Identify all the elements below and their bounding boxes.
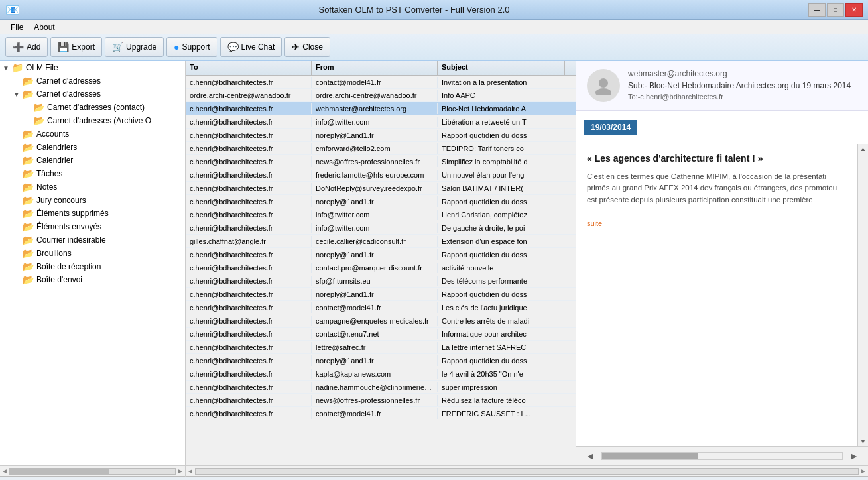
email-cell-to: c.henri@bdharchitectes.fr: [186, 117, 312, 127]
email-cell-subject: super impression: [438, 382, 576, 392]
email-cell-from: ordre.archi-centre@wanadoo.fr: [312, 90, 438, 101]
table-row[interactable]: c.henri@bdharchitectes.frsfp@f.turnsits.…: [186, 274, 576, 288]
close-window-button[interactable]: ✕: [845, 3, 863, 17]
sidebar-item-carnet1[interactable]: 📂Carnet d'adresses: [0, 74, 185, 88]
table-row[interactable]: c.henri@bdharchitectes.frnews@offres-pro…: [186, 155, 576, 168]
folder-icon-carnet1: 📂: [23, 76, 34, 86]
table-row[interactable]: c.henri@bdharchitectes.frcontact@model41…: [186, 301, 576, 314]
next-arrow[interactable]: ►: [845, 450, 863, 463]
table-row[interactable]: c.henri@bdharchitectes.frinfo@twitter.co…: [186, 208, 576, 221]
col-header-from[interactable]: From: [312, 61, 438, 75]
preview-scrollbar[interactable]: ▲ ▼: [857, 144, 868, 446]
email-cell-from: info@twitter.com: [312, 210, 438, 220]
sidebar-scroll-right[interactable]: ►: [177, 467, 184, 475]
sidebar-item-jury[interactable]: 📂Jury concours: [0, 194, 185, 207]
close-button[interactable]: ✈ Close: [284, 37, 330, 57]
prev-arrow[interactable]: ◄: [582, 450, 599, 463]
table-row[interactable]: c.henri@bdharchitectes.frnoreply@1and1.f…: [186, 248, 576, 261]
table-row[interactable]: c.henri@bdharchitectes.frlettre@safrec.f…: [186, 341, 576, 354]
table-row[interactable]: ordre.archi-centre@wanadoo.frordre.archi…: [186, 89, 576, 102]
table-row[interactable]: c.henri@bdharchitectes.frwebmaster@archi…: [186, 102, 576, 115]
sidebar-scroll-left[interactable]: ◄: [1, 467, 8, 475]
email-scroll-left[interactable]: ◄: [187, 467, 194, 475]
sidebar-item-taches[interactable]: 📂Tâches: [0, 167, 185, 180]
menu-file[interactable]: File: [5, 21, 29, 33]
sidebar-label-calendriers: Calendriers: [36, 143, 77, 152]
email-cell-subject: De gauche à droite, le poi: [438, 223, 576, 233]
email-list[interactable]: c.henri@bdharchitectes.frcontact@model41…: [186, 76, 576, 465]
export-button[interactable]: 💾 Export: [50, 37, 102, 57]
sidebar-hscroll[interactable]: ◄ ►: [0, 466, 186, 477]
sidebar-item-boite-reception[interactable]: 📂Boîte de réception: [0, 260, 185, 273]
table-row[interactable]: c.henri@bdharchitectes.frcontact.pro@mar…: [186, 261, 576, 274]
email-cell-to: c.henri@bdharchitectes.fr: [186, 329, 312, 339]
email-cell-from: DoNotReply@survey.reedexpo.fr: [312, 183, 438, 194]
table-row[interactable]: c.henri@bdharchitectes.frkapla@kaplanews…: [186, 367, 576, 381]
support-button[interactable]: ● Support: [166, 37, 217, 57]
table-row[interactable]: gilles.chaffnat@angle.frcecile.callier@c…: [186, 235, 576, 248]
scroll-up-arrow[interactable]: ▲: [859, 144, 868, 154]
support-icon: ●: [174, 42, 179, 52]
email-cell-from: webmaster@architectes.org: [312, 103, 438, 114]
col-header-to[interactable]: To: [186, 61, 312, 75]
email-list-hscroll[interactable]: ◄ ►: [186, 466, 868, 477]
table-row[interactable]: c.henri@bdharchitectes.frnoreply@1and1.f…: [186, 354, 576, 367]
sidebar-item-elements-suppr[interactable]: 📂Éléments supprimés: [0, 207, 185, 220]
email-cell-to: c.henri@bdharchitectes.fr: [186, 395, 312, 406]
table-row[interactable]: c.henri@bdharchitectes.frcampagne@enquet…: [186, 314, 576, 328]
table-row[interactable]: c.henri@bdharchitectes.frcmforward@tello…: [186, 142, 576, 155]
sidebar-label-taches: Tâches: [36, 169, 62, 178]
email-cell-from: noreply@1and1.fr: [312, 355, 438, 366]
livechat-button[interactable]: 💬 Live Chat: [220, 37, 282, 57]
email-cell-to: ordre.archi-centre@wanadoo.fr: [186, 90, 312, 101]
preview-meta: webmaster@architectes.org Sub:- Bloc-Net…: [628, 69, 851, 101]
email-cell-from: cecile.callier@cadiconsult.fr: [312, 236, 438, 247]
table-row[interactable]: c.henri@bdharchitectes.frnoreply@1and1.f…: [186, 288, 576, 301]
table-row[interactable]: c.henri@bdharchitectes.frDoNotReply@surv…: [186, 182, 576, 195]
table-row[interactable]: c.henri@bdharchitectes.frcontact@r.enu7.…: [186, 328, 576, 341]
sidebar-label-carnet2: Carnet d'adresses: [36, 90, 101, 99]
sidebar-item-carnet-archive[interactable]: 📂Carnet d'adresses (Archive O: [0, 114, 185, 127]
sidebar-item-carnet-contact[interactable]: 📂Carnet d'adresses (contact): [0, 101, 185, 114]
sidebar-item-olm-file[interactable]: ▼📁OLM File: [0, 61, 185, 74]
table-row[interactable]: c.henri@bdharchitectes.frnoreply@1and1.f…: [186, 129, 576, 142]
email-scroll-right[interactable]: ►: [860, 467, 867, 475]
email-cell-from: contact@r.enu7.net: [312, 329, 438, 339]
sidebar-item-boite-envoi[interactable]: 📂Boîte d'envoi: [0, 273, 185, 286]
sidebar[interactable]: ▼📁OLM File 📂Carnet d'adresses▼📂Carnet d'…: [0, 61, 186, 465]
table-row[interactable]: c.henri@bdharchitectes.frnadine.hammouch…: [186, 381, 576, 394]
sidebar-item-brouillons[interactable]: 📂Brouillons: [0, 247, 185, 260]
add-button[interactable]: ➕ Add: [5, 37, 48, 57]
sidebar-item-calendriers[interactable]: 📂Calendriers: [0, 141, 185, 154]
email-cell-subject: TEDIPRO: Tarif toners co: [438, 143, 576, 154]
email-cell-subject: FREDERIC SAUSSET : L...: [438, 408, 576, 419]
maximize-button[interactable]: □: [827, 3, 844, 17]
sidebar-item-carnet2[interactable]: ▼📂Carnet d'adresses: [0, 88, 185, 101]
sidebar-item-elements-envoyes[interactable]: 📂Éléments envoyés: [0, 220, 185, 233]
folder-icon-carnet-contact: 📂: [33, 102, 44, 113]
col-header-subject[interactable]: Subject: [438, 61, 565, 75]
minimize-button[interactable]: —: [808, 3, 826, 17]
sidebar-item-calendrier[interactable]: 📂Calendrier: [0, 154, 185, 167]
upgrade-button[interactable]: 🛒 Upgrade: [105, 37, 164, 57]
read-more-link[interactable]: suite: [587, 219, 602, 227]
sidebar-item-accounts[interactable]: 📂Accounts: [0, 127, 185, 141]
sidebar-item-courrier[interactable]: 📂Courrier indésirable: [0, 233, 185, 247]
folder-icon-calendrier: 📂: [23, 155, 34, 166]
email-cell-subject: Rapport quotidien du doss: [438, 249, 576, 260]
sidebar-label-notes: Notes: [36, 182, 57, 192]
preview-subject: Sub:- Bloc-Net Hebdomadaire Architectes.…: [628, 81, 851, 90]
table-row[interactable]: c.henri@bdharchitectes.frnoreply@1and1.f…: [186, 195, 576, 208]
sidebar-item-notes[interactable]: 📂Notes: [0, 180, 185, 194]
menu-about[interactable]: About: [29, 21, 60, 33]
table-row[interactable]: c.henri@bdharchitectes.frcontact@model41…: [186, 407, 576, 420]
table-row[interactable]: c.henri@bdharchitectes.frinfo@twitter.co…: [186, 221, 576, 235]
email-cell-from: contact@model41.fr: [312, 302, 438, 313]
table-row[interactable]: c.henri@bdharchitectes.frinfo@twitter.co…: [186, 115, 576, 129]
table-row[interactable]: c.henri@bdharchitectes.frfrederic.lamott…: [186, 168, 576, 182]
table-row[interactable]: c.henri@bdharchitectes.frcontact@model41…: [186, 76, 576, 89]
scroll-down-arrow[interactable]: ▼: [859, 436, 868, 446]
folder-icon-calendriers: 📂: [23, 142, 34, 152]
folder-icon-courrier: 📂: [23, 235, 34, 245]
table-row[interactable]: c.henri@bdharchitectes.frnews@offres-pro…: [186, 394, 576, 407]
